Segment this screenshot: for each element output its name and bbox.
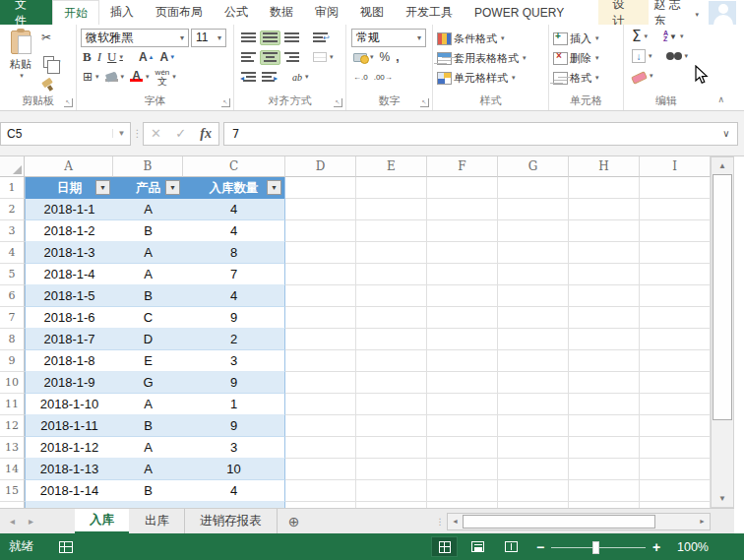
cell-B1[interactable]: 产品 — [113, 177, 183, 199]
cell-F13[interactable] — [427, 437, 498, 459]
cell-A11[interactable]: 2018-1-10 — [25, 394, 113, 415]
cell-C10[interactable]: 9 — [183, 372, 285, 394]
cell-E3[interactable] — [356, 220, 427, 242]
cell-G5[interactable] — [498, 264, 569, 285]
sheet-tab-2[interactable]: 进销存报表 — [185, 509, 278, 533]
view-normal-button[interactable] — [431, 536, 458, 557]
cell-E12[interactable] — [356, 415, 427, 437]
cell-H15[interactable] — [569, 480, 640, 502]
cell-H11[interactable] — [569, 394, 640, 415]
cell-E5[interactable] — [356, 264, 427, 285]
borders-button[interactable]: ⊞ — [81, 69, 101, 85]
row-header-10[interactable]: 10 — [0, 372, 25, 394]
cell-I2[interactable] — [640, 199, 711, 220]
cut-button[interactable]: ✂ — [41, 31, 63, 44]
cell-B11[interactable]: A — [113, 394, 183, 415]
cell-A7[interactable]: 2018-1-6 — [25, 307, 113, 329]
cell-G13[interactable] — [498, 437, 569, 459]
font-size-combo[interactable]: 11 — [191, 29, 226, 47]
cell-A4[interactable]: 2018-1-3 — [25, 242, 113, 264]
row-header-16[interactable] — [0, 502, 25, 508]
cell-A10[interactable]: 2018-1-9 — [25, 372, 113, 394]
cell-H16[interactable] — [569, 502, 640, 508]
cell-F4[interactable] — [427, 242, 498, 264]
ribbon-tab-review[interactable]: 审阅 — [304, 0, 349, 25]
cell-F3[interactable] — [427, 220, 498, 242]
cell-H14[interactable] — [569, 459, 640, 480]
cell-A9[interactable]: 2018-1-8 — [25, 350, 113, 372]
column-header-H[interactable]: H — [569, 156, 640, 177]
scrollbar-resize-handle[interactable]: ⋮ — [433, 509, 447, 533]
insert-function-icon[interactable]: fx — [200, 126, 212, 142]
cell-H12[interactable] — [569, 415, 640, 437]
scroll-up-icon[interactable]: ▲ — [712, 157, 733, 174]
cell-D7[interactable] — [285, 307, 356, 329]
cell-G6[interactable] — [498, 285, 569, 307]
cell-F14[interactable] — [427, 459, 498, 480]
comma-style-button[interactable]: , — [394, 49, 401, 65]
cell-B15[interactable]: B — [113, 480, 183, 502]
cell-H2[interactable] — [569, 199, 640, 220]
clipboard-dialog-launcher-icon[interactable]: ↘ — [64, 98, 73, 107]
format-cells-button[interactable]: 格式 — [553, 68, 619, 88]
cell-E9[interactable] — [356, 350, 427, 372]
row-header-14[interactable]: 14 — [0, 459, 25, 480]
cell-E14[interactable] — [356, 459, 427, 480]
increase-decimal-button[interactable]: ←.0 — [351, 72, 370, 83]
cell-D11[interactable] — [285, 394, 356, 415]
row-header-11[interactable]: 11 — [0, 394, 25, 415]
middle-align-button[interactable] — [260, 31, 280, 45]
autosum-button[interactable]: Σ — [630, 27, 650, 46]
cell-B6[interactable]: B — [113, 285, 183, 307]
view-page-layout-button[interactable] — [465, 536, 491, 557]
cell-A5[interactable]: 2018-1-4 — [25, 264, 113, 285]
cell-B3[interactable]: B — [113, 220, 183, 242]
scroll-down-icon[interactable]: ▼ — [712, 490, 733, 507]
bottom-align-button[interactable] — [282, 31, 301, 44]
cell-F9[interactable] — [427, 350, 498, 372]
vertical-scrollbar-track[interactable] — [712, 420, 733, 490]
cell-D6[interactable] — [285, 285, 356, 307]
column-header-F[interactable]: F — [427, 156, 498, 177]
cell-D3[interactable] — [285, 220, 356, 242]
delete-cells-button[interactable]: 删除 — [553, 48, 619, 68]
cell-F8[interactable] — [427, 329, 498, 350]
filter-button-A[interactable] — [95, 180, 110, 195]
ribbon-tab-power-query[interactable]: POWER QUERY — [464, 0, 575, 25]
cell-E16[interactable] — [356, 502, 427, 508]
column-header-C[interactable]: C — [183, 156, 285, 177]
format-as-table-button[interactable]: 套用表格格式 — [437, 48, 544, 68]
cell-C14[interactable]: 10 — [183, 459, 285, 480]
cell-H5[interactable] — [569, 264, 640, 285]
cell-G9[interactable] — [498, 350, 569, 372]
cell-A6[interactable]: 2018-1-5 — [25, 285, 113, 307]
decrease-decimal-button[interactable]: .00→ — [372, 72, 395, 83]
cell-G1[interactable] — [498, 177, 569, 199]
align-left-button[interactable] — [239, 51, 258, 64]
enter-icon[interactable]: ✓ — [175, 126, 186, 141]
decrease-indent-button[interactable] — [239, 71, 258, 84]
phonetic-guide-button[interactable]: wén文 — [154, 67, 178, 87]
cell-B12[interactable]: B — [113, 415, 183, 437]
percent-style-button[interactable]: % — [378, 49, 393, 65]
cell-G4[interactable] — [498, 242, 569, 264]
cell-G2[interactable] — [498, 199, 569, 220]
scroll-right-icon[interactable]: ► — [695, 518, 710, 525]
row-header-2[interactable]: 2 — [0, 199, 25, 220]
row-header-6[interactable]: 6 — [0, 285, 25, 307]
cell-B8[interactable]: D — [113, 329, 183, 350]
cell-H13[interactable] — [569, 437, 640, 459]
cell-C12[interactable]: 9 — [183, 415, 285, 437]
ribbon-tab-developer[interactable]: 开发工具 — [395, 0, 464, 25]
column-header-D[interactable]: D — [285, 156, 356, 177]
top-align-button[interactable] — [239, 31, 258, 44]
column-header-B[interactable]: B — [113, 156, 183, 177]
cell-A14[interactable]: 2018-1-13 — [25, 459, 113, 480]
cell-H8[interactable] — [569, 329, 640, 350]
cell-I12[interactable] — [640, 415, 711, 437]
cell-D9[interactable] — [285, 350, 356, 372]
cell-A13[interactable]: 2018-1-12 — [25, 437, 113, 459]
row-header-15[interactable]: 15 — [0, 480, 25, 502]
zoom-level-label[interactable]: 100% — [665, 540, 709, 554]
cell-F12[interactable] — [427, 415, 498, 437]
